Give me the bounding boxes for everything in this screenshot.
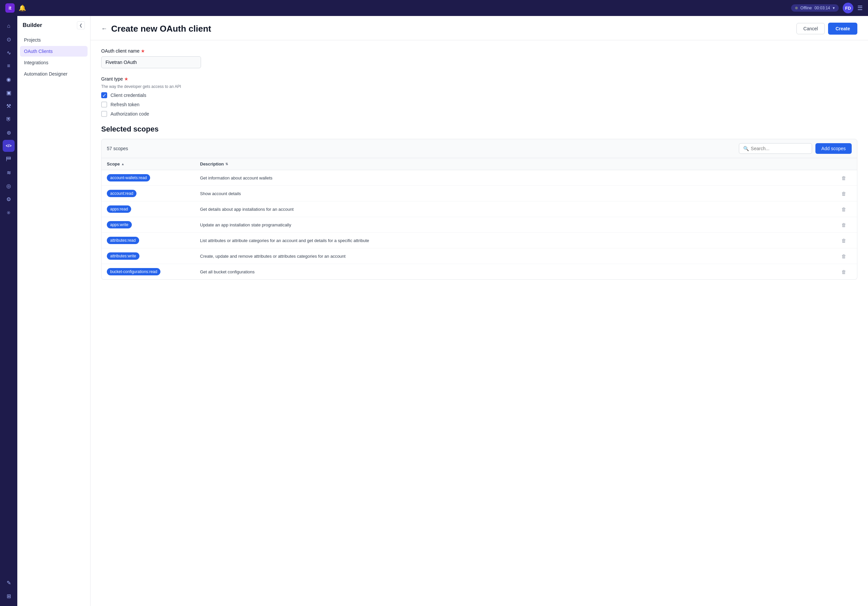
rail-fingerprint-icon[interactable]: ⊛ bbox=[3, 126, 15, 138]
scope-badge: apps:read bbox=[107, 205, 131, 213]
sidebar-header: Builder ❮ bbox=[17, 21, 90, 35]
rail-award-icon[interactable]: ⍟ bbox=[3, 207, 15, 218]
scopes-toolbar: 57 scopes 🔍 Add scopes bbox=[101, 139, 857, 158]
topbar-left: it 🔔 bbox=[5, 3, 26, 12]
scope-badge: account:read bbox=[107, 190, 136, 197]
scopes-title: Selected scopes bbox=[101, 125, 857, 134]
rail-user-icon[interactable]: ◉ bbox=[3, 73, 15, 85]
delete-scope-button[interactable]: 🗑 bbox=[836, 238, 852, 243]
rail-search-icon[interactable]: ⊙ bbox=[3, 33, 15, 45]
scope-badge: account-wallets:read bbox=[107, 174, 150, 182]
delete-scope-button[interactable]: 🗑 bbox=[836, 253, 852, 259]
status-dot bbox=[795, 7, 798, 9]
rail-grid-icon[interactable]: ⊞ bbox=[3, 590, 15, 602]
rail-edit-icon[interactable]: ✎ bbox=[3, 577, 15, 589]
sidebar-nav: Projects OAuth Clients Integrations Auto… bbox=[17, 35, 90, 79]
avatar[interactable]: FD bbox=[843, 3, 853, 13]
scope-badge: attributes:write bbox=[107, 252, 140, 260]
th-scope[interactable]: Scope ▲ bbox=[107, 162, 200, 166]
content-header: ← Create new OAuth client Cancel Create bbox=[90, 16, 868, 40]
scopes-toolbar-right: 🔍 Add scopes bbox=[739, 143, 852, 154]
scope-cell: attributes:read bbox=[107, 237, 200, 244]
rail-wave-icon[interactable]: ≋ bbox=[3, 166, 15, 179]
icon-rail: ⌂ ⊙ ∿ ≡ ◉ ▣ ⚒ ⛨ ⊛ </> ⛿ ≋ ◎ ⚙ ⍟ ✎ ⊞ bbox=[0, 16, 17, 606]
table-row: apps:write Update an app installation st… bbox=[102, 217, 857, 233]
table-row: account-wallets:read Get information abo… bbox=[102, 170, 857, 186]
delete-scope-button[interactable]: 🗑 bbox=[836, 222, 852, 228]
client-name-input[interactable] bbox=[101, 56, 201, 68]
status-dropdown-icon[interactable]: ▾ bbox=[833, 6, 835, 10]
table-header: Scope ▲ Description ⇅ bbox=[102, 158, 857, 170]
search-icon: 🔍 bbox=[743, 146, 749, 151]
grant-required-star: ★ bbox=[124, 76, 129, 82]
rail-gear-icon[interactable]: ⚙ bbox=[3, 193, 15, 205]
hamburger-menu-icon[interactable]: ☰ bbox=[857, 4, 863, 12]
status-indicator: Offline 00:03:14 ▾ bbox=[791, 4, 839, 12]
sidebar-item-integrations[interactable]: Integrations bbox=[20, 57, 88, 68]
cancel-button[interactable]: Cancel bbox=[797, 23, 825, 34]
grant-type-label: Grant type ★ bbox=[101, 76, 857, 82]
scope-search-input[interactable] bbox=[751, 146, 808, 151]
checkbox-authorization-code-box[interactable] bbox=[101, 111, 107, 117]
scopes-section: Selected scopes 57 scopes 🔍 Add scopes bbox=[101, 125, 857, 280]
checkbox-refresh-token[interactable]: Refresh token bbox=[101, 101, 857, 107]
scope-cell: bucket-configurations:read bbox=[107, 268, 200, 275]
scope-cell: account:read bbox=[107, 190, 200, 197]
scope-badge: apps:write bbox=[107, 221, 132, 228]
sidebar-item-projects[interactable]: Projects bbox=[20, 35, 88, 45]
checkbox-client-credentials-box[interactable]: ✓ bbox=[101, 92, 107, 98]
scope-description: Get all bucket configurations bbox=[200, 269, 836, 274]
scope-badge: bucket-configurations:read bbox=[107, 268, 160, 275]
rail-book-icon[interactable]: ▣ bbox=[3, 87, 15, 99]
create-button[interactable]: Create bbox=[828, 23, 857, 35]
rail-home-icon[interactable]: ⌂ bbox=[3, 20, 15, 32]
scope-description: Show account details bbox=[200, 191, 836, 196]
table-row: bucket-configurations:read Get all bucke… bbox=[102, 264, 857, 280]
app-logo[interactable]: it bbox=[5, 3, 15, 12]
sidebar-item-oauth-clients[interactable]: OAuth Clients bbox=[20, 46, 88, 57]
scope-description: Create, update and remove attributes or … bbox=[200, 254, 836, 259]
client-name-label: OAuth client name ★ bbox=[101, 48, 857, 54]
table-row: apps:read Get details about app installa… bbox=[102, 202, 857, 217]
delete-scope-button[interactable]: 🗑 bbox=[836, 175, 852, 181]
content-header-left: ← Create new OAuth client bbox=[101, 23, 211, 34]
add-scopes-button[interactable]: Add scopes bbox=[815, 143, 852, 154]
sidebar: Builder ❮ Projects OAuth Clients Integra… bbox=[17, 16, 90, 606]
required-star: ★ bbox=[141, 48, 145, 54]
delete-scope-button[interactable]: 🗑 bbox=[836, 191, 852, 196]
topbar-right: Offline 00:03:14 ▾ FD ☰ bbox=[791, 3, 863, 13]
desc-sort-icon: ⇅ bbox=[225, 162, 228, 166]
rail-tool-icon[interactable]: ⚒ bbox=[3, 100, 15, 112]
main-layout: ⌂ ⊙ ∿ ≡ ◉ ▣ ⚒ ⛨ ⊛ </> ⛿ ≋ ◎ ⚙ ⍟ ✎ ⊞ Buil… bbox=[0, 16, 868, 606]
back-button[interactable]: ← bbox=[101, 25, 107, 32]
rail-flow-icon[interactable]: ∿ bbox=[3, 47, 15, 59]
rail-puzzle-icon[interactable]: ⛿ bbox=[3, 153, 15, 165]
notification-bell-icon[interactable]: 🔔 bbox=[19, 4, 26, 12]
status-time: 00:03:14 bbox=[814, 6, 830, 10]
sidebar-item-automation-designer[interactable]: Automation Designer bbox=[20, 68, 88, 79]
header-actions: Cancel Create bbox=[797, 23, 857, 35]
rail-target-icon[interactable]: ◎ bbox=[3, 180, 15, 192]
delete-scope-button[interactable]: 🗑 bbox=[836, 207, 852, 212]
scope-badge: attributes:read bbox=[107, 237, 139, 244]
delete-scope-button[interactable]: 🗑 bbox=[836, 269, 852, 275]
chevron-left-icon: ❮ bbox=[79, 23, 82, 28]
topbar: it 🔔 Offline 00:03:14 ▾ FD ☰ bbox=[0, 0, 868, 16]
rail-list-icon[interactable]: ≡ bbox=[3, 60, 15, 72]
sidebar-collapse-button[interactable]: ❮ bbox=[77, 21, 85, 29]
rail-shield-icon[interactable]: ⛨ bbox=[3, 113, 15, 125]
scope-description: Update an app installation state program… bbox=[200, 222, 836, 227]
rail-code-icon[interactable]: </> bbox=[3, 140, 15, 152]
table-row: attributes:write Create, update and remo… bbox=[102, 249, 857, 264]
checkbox-client-credentials[interactable]: ✓ Client credentials bbox=[101, 92, 857, 98]
th-actions bbox=[836, 162, 852, 166]
checkbox-refresh-token-box[interactable] bbox=[101, 101, 107, 107]
table-body: account-wallets:read Get information abo… bbox=[102, 170, 857, 280]
th-description[interactable]: Description ⇅ bbox=[200, 162, 836, 166]
grant-type-hint: The way the developer gets access to an … bbox=[101, 84, 857, 89]
checkbox-authorization-code[interactable]: Authorization code bbox=[101, 111, 857, 117]
scope-cell: apps:read bbox=[107, 205, 200, 213]
scope-cell: attributes:write bbox=[107, 252, 200, 260]
table-row: attributes:read List attributes or attri… bbox=[102, 233, 857, 249]
scope-description: Get information about account wallets bbox=[200, 176, 836, 180]
